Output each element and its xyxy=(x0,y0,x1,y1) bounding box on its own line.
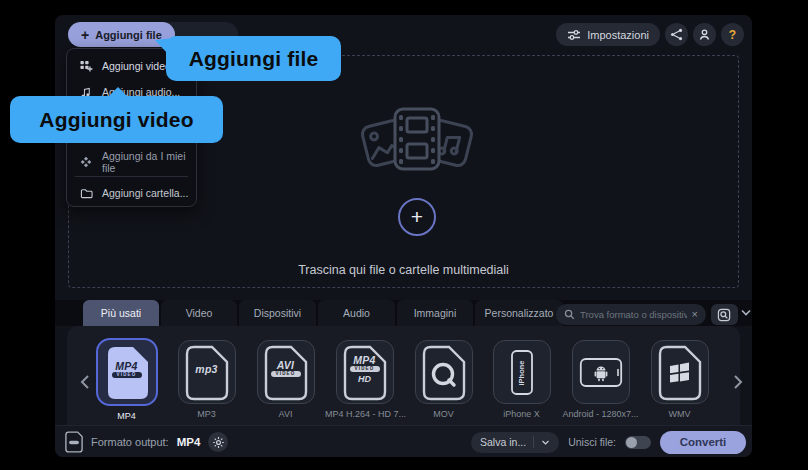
help-button[interactable]: ? xyxy=(721,23,744,46)
tab-video[interactable]: Video xyxy=(161,300,237,326)
search-input[interactable] xyxy=(580,309,687,320)
sliders-icon xyxy=(567,29,581,41)
screen-background: + Aggiungi file Impostazioni xyxy=(0,0,808,470)
format-card-iphone-x[interactable]: iPhone iPhone X xyxy=(482,338,561,419)
format-card-android[interactable]: Android - 1280x7... xyxy=(561,338,640,419)
output-format-label: Formato output: xyxy=(91,436,169,448)
format-search-box[interactable]: × xyxy=(556,304,706,325)
person-icon xyxy=(698,28,711,41)
share-button[interactable] xyxy=(665,23,688,46)
media-files-illustration xyxy=(357,102,477,176)
menu-item-add-from-my-files[interactable]: Aggiungi da I miei file xyxy=(72,149,191,175)
windows-icon xyxy=(658,345,702,401)
iphone-icon: iPhone xyxy=(500,345,544,401)
format-card-mp4-hd[interactable]: MP4 VIDEO HD MP4 H.264 - HD 7... xyxy=(325,338,404,419)
film-card-icon xyxy=(395,109,439,169)
share-icon xyxy=(670,28,683,41)
merge-files-toggle[interactable] xyxy=(625,436,651,449)
format-card-wmv[interactable]: WMV xyxy=(640,338,719,419)
callout-tail xyxy=(152,34,171,53)
bottom-bar: Formato output: MP4 Salva in... xyxy=(55,425,752,457)
plus-icon: + xyxy=(411,205,423,229)
add-files-plus-button[interactable]: + xyxy=(398,198,436,236)
convert-button[interactable]: Converti xyxy=(660,431,746,454)
search-icon xyxy=(564,309,575,320)
format-card-mp4[interactable]: MP4 VIDEO MP4 xyxy=(87,338,166,421)
chevron-down-icon xyxy=(541,439,550,446)
output-file-icon xyxy=(65,431,83,453)
collapse-panel-button[interactable] xyxy=(740,303,752,313)
output-format-value: MP4 xyxy=(177,436,201,448)
clear-search-icon[interactable]: × xyxy=(692,309,698,320)
tab-dispositivi[interactable]: Dispositivi xyxy=(239,300,316,326)
add-video-icon xyxy=(79,59,93,73)
formats-panel: MP4 VIDEO MP4 mp3 MP3 xyxy=(67,326,740,425)
add-file-label: Aggiungi file xyxy=(95,29,162,41)
toggle-knob xyxy=(626,437,637,448)
menu-separator xyxy=(75,176,188,177)
doc-search-icon xyxy=(717,308,732,322)
quicktime-icon xyxy=(422,345,466,401)
tab-piu-usati[interactable]: Più usati xyxy=(83,300,159,326)
carousel-right-arrow[interactable] xyxy=(733,374,747,392)
format-card-mov[interactable]: MOV xyxy=(404,338,483,419)
merge-files-label: Unisci file: xyxy=(568,436,616,448)
find-device-button[interactable] xyxy=(711,304,738,325)
divider xyxy=(533,436,534,448)
save-in-button[interactable]: Salva in... xyxy=(471,432,559,453)
drop-hint-text: Trascina qui file o cartelle multimedial… xyxy=(69,263,738,277)
android-tablet-icon xyxy=(579,345,623,401)
tab-audio[interactable]: Audio xyxy=(318,300,395,326)
format-card-mp3[interactable]: mp3 MP3 xyxy=(167,338,246,419)
save-in-label: Salva in... xyxy=(480,436,526,448)
folder-icon xyxy=(79,186,93,200)
callout-tail xyxy=(108,87,128,97)
account-button[interactable] xyxy=(693,23,716,46)
format-card-avi[interactable]: AVI VIDEO AVI xyxy=(246,338,325,419)
plus-icon: + xyxy=(81,28,89,42)
gear-icon xyxy=(212,436,225,449)
settings-label: Impostazioni xyxy=(587,29,649,41)
svg-text:iPhone: iPhone xyxy=(517,360,526,385)
menu-item-label: Aggiungi cartella... xyxy=(102,187,188,199)
tab-personalizzato[interactable]: Personalizzato xyxy=(475,300,563,326)
callout-add-video: Aggiungi video xyxy=(10,96,223,143)
chevron-down-icon xyxy=(740,308,752,317)
callout-add-file: Aggiungi file xyxy=(166,36,341,81)
settings-button[interactable]: Impostazioni xyxy=(556,23,660,46)
app-window: + Aggiungi file Impostazioni xyxy=(55,15,752,457)
my-files-diamond-icon xyxy=(79,155,93,169)
menu-item-add-folder[interactable]: Aggiungi cartella... xyxy=(72,180,191,206)
menu-item-label: Aggiungi da I miei file xyxy=(102,150,191,174)
tab-immagini[interactable]: Immagini xyxy=(397,300,473,326)
output-settings-button[interactable] xyxy=(208,432,228,452)
question-mark-icon: ? xyxy=(729,28,736,42)
